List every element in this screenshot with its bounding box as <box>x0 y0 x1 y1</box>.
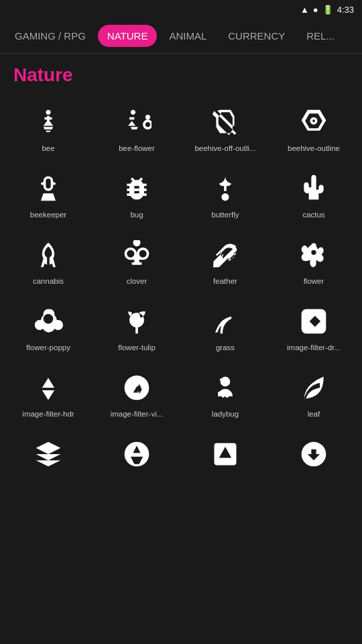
tab-bar: GAMING / RPG NATURE ANIMAL CURRENCY REL.… <box>0 19 362 54</box>
icon-cactus[interactable]: cactus <box>271 163 357 227</box>
signal-icon: ● <box>313 5 318 15</box>
icon-ladybug[interactable]: ladybug <box>182 362 268 426</box>
icon-beehive-off-outline[interactable]: beehive-off-outli... <box>182 97 268 160</box>
bee-flower-label: bee-flower <box>119 144 155 154</box>
butterfly-icon <box>209 172 241 205</box>
icon-image-filter-dr[interactable]: image-filter-dr... <box>271 296 357 360</box>
page-title: Nature <box>0 54 362 91</box>
bee-flower-icon <box>121 106 153 138</box>
feather-label: feather <box>213 276 237 286</box>
wifi-icon: ▲ <box>300 5 309 15</box>
image-filter-dr-icon <box>298 305 330 337</box>
bug-label: bug <box>130 210 143 220</box>
feather-icon <box>209 239 241 271</box>
icon-more4[interactable] <box>271 429 357 482</box>
icon-leaf[interactable]: leaf <box>271 362 357 426</box>
icon-more2[interactable] <box>94 429 180 482</box>
icon-cannabis[interactable]: cannabis <box>5 229 91 293</box>
flower-label: flower <box>304 276 324 286</box>
more1-icon <box>32 438 64 470</box>
tab-animal[interactable]: ANIMAL <box>160 25 216 47</box>
cannabis-icon <box>32 239 64 271</box>
leaf-label: leaf <box>308 409 320 419</box>
icon-bee-flower[interactable]: bee-flower <box>94 97 180 160</box>
icons-grid: bee bee-flower beehive-off-outli... beeh… <box>0 91 362 488</box>
clover-label: clover <box>127 276 147 286</box>
image-filter-vi-label: image-filter-vi... <box>111 409 164 419</box>
flower-poppy-icon <box>32 305 64 337</box>
icon-beehive-outline[interactable]: beehive-outline <box>271 97 357 160</box>
bee-icon <box>32 106 64 138</box>
beekeeper-label: beekeeper <box>30 210 66 220</box>
image-filter-hdr-label: image-filter-hdr <box>22 409 74 419</box>
grass-icon <box>209 305 241 337</box>
beehive-outline-icon <box>298 106 330 138</box>
icon-more1[interactable] <box>5 429 91 482</box>
butterfly-label: butterfly <box>212 210 239 220</box>
clover-icon <box>121 239 153 271</box>
ladybug-label: ladybug <box>212 409 239 419</box>
bee-label: bee <box>42 144 54 154</box>
tab-rel[interactable]: REL... <box>297 25 344 47</box>
flower-tulip-label: flower-tulip <box>118 343 156 353</box>
more4-icon <box>298 438 330 470</box>
bug-icon <box>121 172 153 205</box>
battery-icon: 🔋 <box>322 5 333 15</box>
beehive-off-outline-icon <box>209 106 241 138</box>
icon-clover[interactable]: clover <box>94 229 180 293</box>
icon-flower[interactable]: flower <box>271 229 357 293</box>
leaf-icon <box>298 372 330 404</box>
icon-butterfly[interactable]: butterfly <box>182 163 268 227</box>
beehive-off-outline-label: beehive-off-outli... <box>194 144 255 154</box>
cactus-label: cactus <box>302 210 324 220</box>
more2-icon <box>121 438 153 470</box>
time: 4:33 <box>337 5 354 15</box>
icon-image-filter-hdr[interactable]: image-filter-hdr <box>5 362 91 426</box>
tab-currency[interactable]: CURRENCY <box>219 25 294 47</box>
icon-feather[interactable]: feather <box>182 229 268 293</box>
icon-bee[interactable]: bee <box>5 97 91 160</box>
icon-more3[interactable] <box>182 429 268 482</box>
icon-image-filter-vi[interactable]: image-filter-vi... <box>94 362 180 426</box>
tab-nature[interactable]: NATURE <box>98 25 158 47</box>
image-filter-vi-icon <box>121 372 153 404</box>
icon-beekeeper[interactable]: beekeeper <box>5 163 91 227</box>
cannabis-label: cannabis <box>33 276 64 286</box>
icon-bug[interactable]: bug <box>94 163 180 227</box>
ladybug-icon <box>209 372 241 404</box>
more3-icon <box>209 438 241 470</box>
beehive-outline-label: beehive-outline <box>288 144 340 154</box>
flower-icon <box>298 239 330 271</box>
icon-grass[interactable]: grass <box>182 296 268 360</box>
image-filter-hdr-icon <box>32 372 64 404</box>
flower-poppy-label: flower-poppy <box>26 343 70 353</box>
icon-flower-tulip[interactable]: flower-tulip <box>94 296 180 360</box>
flower-tulip-icon <box>121 305 153 337</box>
beekeeper-icon <box>32 172 64 205</box>
tab-gaming[interactable]: GAMING / RPG <box>5 25 95 47</box>
grass-label: grass <box>216 343 235 353</box>
icon-flower-poppy[interactable]: flower-poppy <box>5 296 91 360</box>
image-filter-dr-label: image-filter-dr... <box>287 343 341 353</box>
cactus-icon <box>298 172 330 205</box>
status-bar: ▲ ● 🔋 4:33 <box>0 0 362 19</box>
